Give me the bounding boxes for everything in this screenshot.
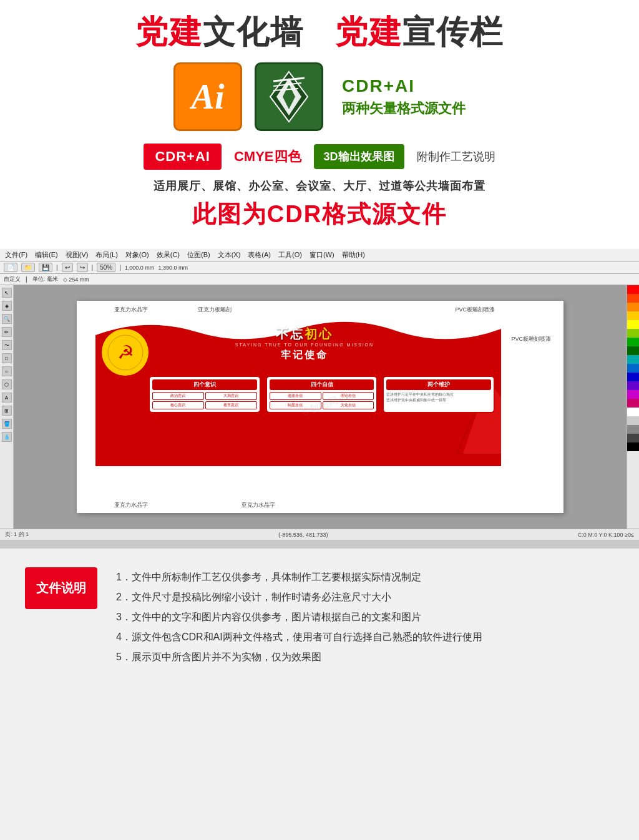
- toolbar-undo[interactable]: ↩: [62, 263, 73, 272]
- menu-tools[interactable]: 工具(O): [278, 250, 302, 260]
- box1-item1: 政治意识: [152, 392, 204, 400]
- box2-item3: 制度自信: [270, 401, 321, 409]
- palette-color-swatch[interactable]: [627, 381, 639, 390]
- menu-layout[interactable]: 布局(L): [95, 250, 117, 260]
- menu-table[interactable]: 表格(A): [248, 250, 271, 260]
- toolbar2-coord: ◇ 254 mm: [63, 276, 89, 283]
- cdr-icon: [255, 62, 323, 131]
- toolbar-save[interactable]: 💾: [39, 263, 52, 272]
- toolbar-sep1: |: [56, 264, 58, 271]
- label-pvc2: PVC板雕刻喷漆: [511, 335, 551, 343]
- menu-object[interactable]: 对象(O): [125, 250, 149, 260]
- menu-window[interactable]: 窗口(W): [310, 250, 334, 260]
- box2: 四个自信 道路自信 理论自信 制度自信 文化自信: [266, 376, 378, 413]
- palette-color-swatch[interactable]: [627, 364, 639, 373]
- badge-cmye: CMYE四色: [234, 147, 301, 166]
- tool-smart[interactable]: 〜: [2, 340, 12, 350]
- palette-color-swatch[interactable]: [627, 425, 639, 434]
- palette-color-swatch[interactable]: [627, 320, 639, 329]
- palette-color-swatch[interactable]: [627, 434, 639, 442]
- badge-note: 附制作工艺说明: [417, 149, 495, 164]
- note-5: 5．展示页中所含图片并不为实物，仅为效果图: [116, 647, 614, 667]
- palette-color-swatch[interactable]: [627, 303, 639, 311]
- note-1: 1．文件中所标制作工艺仅供参考，具体制作工艺要根据实际情况制定: [116, 567, 614, 587]
- tool-ellipse[interactable]: ○: [2, 366, 12, 376]
- badge-3d: 3D输出效果图: [314, 144, 404, 169]
- note-2: 2．文件尺寸是投稿比例缩小设计，制作时请务必注意尺寸大小: [116, 587, 614, 607]
- palette-color-swatch[interactable]: [627, 390, 639, 399]
- palette-color-swatch[interactable]: [627, 399, 639, 408]
- menu-bitmap[interactable]: 位图(B): [187, 250, 210, 260]
- menu-edit[interactable]: 编辑(E): [35, 250, 58, 260]
- tool-polygon[interactable]: ⬡: [2, 379, 12, 389]
- toolbar-redo[interactable]: ↪: [77, 263, 88, 272]
- party-emblem: ☭: [102, 329, 149, 376]
- tool-freehand[interactable]: ✏: [2, 327, 12, 337]
- tool-select[interactable]: ↖: [2, 288, 12, 298]
- bottom-label2: 亚克力水晶字: [241, 501, 275, 509]
- menu-effect[interactable]: 效果(C): [157, 250, 180, 260]
- toolbar-zoom[interactable]: 50%: [97, 263, 115, 272]
- toolbar-open[interactable]: 📁: [21, 263, 35, 272]
- toolbar-size1: 1,000.0 mm: [125, 265, 155, 271]
- box1-item3: 核心意识: [152, 401, 204, 409]
- label-pvc1: PVC板雕刻喷漆: [455, 306, 495, 314]
- palette-color-swatch[interactable]: [627, 416, 639, 425]
- tool-text[interactable]: A: [2, 393, 12, 403]
- palette-color-swatch[interactable]: [627, 408, 639, 416]
- palette-color-swatch[interactable]: [627, 373, 639, 381]
- palette-color-swatch[interactable]: [627, 355, 639, 364]
- toolbar-sep2: |: [92, 264, 94, 271]
- menu-file[interactable]: 文件(F): [5, 250, 27, 260]
- palette-color-swatch[interactable]: [627, 338, 639, 346]
- box2-item1: 道路自信: [270, 392, 321, 400]
- palette-color-swatch[interactable]: [627, 285, 639, 294]
- label-crystal1: 亚克力水晶字: [114, 306, 148, 314]
- badge-cdr-ai: CDR+AI: [144, 144, 222, 170]
- palette-color-swatch[interactable]: [627, 311, 639, 320]
- menu-view[interactable]: 视图(V): [66, 250, 89, 260]
- title-sub: STAYING TRUE TO OUR FOUNDING MISSION: [158, 343, 451, 347]
- box1: 四个意识 政治意识 大局意识 核心意识 看齐意识: [149, 376, 261, 413]
- tool-zoom[interactable]: 🔍: [2, 314, 12, 324]
- box1-item2: 大局意识: [205, 392, 257, 400]
- tool-table[interactable]: ⊞: [2, 406, 12, 416]
- box1-items: 政治意识 大局意识 核心意识 看齐意识: [152, 392, 257, 409]
- page-info: 页: 1 的 1: [5, 530, 29, 539]
- tool-node[interactable]: ◈: [2, 301, 12, 311]
- toolbar-sep3: |: [119, 264, 121, 271]
- tool-eyedrop[interactable]: 💧: [2, 432, 12, 442]
- box2-items: 道路自信 理论自信 制度自信 文化自信: [270, 392, 374, 409]
- design-main-title: 不忘初心 STAYING TRUE TO OUR FOUNDING MISSIO…: [158, 326, 451, 362]
- box1-item4: 看齐意识: [205, 401, 257, 409]
- format-line2: 两种矢量格式源文件: [342, 99, 466, 118]
- title-text2: 牢记使命: [158, 349, 451, 362]
- toolbar2-label: 自定义: [4, 275, 21, 283]
- file-note-label: 文件说明: [25, 567, 97, 609]
- tool-rect[interactable]: □: [2, 353, 12, 363]
- box1-title: 四个意识: [152, 379, 257, 390]
- palette-color-swatch[interactable]: [627, 294, 639, 303]
- menu-help[interactable]: 帮助(H): [342, 250, 365, 260]
- right-palette: [627, 285, 639, 529]
- subtitle-line: 适用展厅、展馆、办公室、会议室、大厅、过道等公共墙面布置: [25, 178, 614, 193]
- palette-color-swatch[interactable]: [627, 442, 639, 451]
- main-title: 党建文化墙 党建宣传栏: [25, 12, 614, 51]
- content-boxes-container: 四个意识 政治意识 大局意识 核心意识 看齐意识 四个自信: [149, 376, 495, 413]
- format-line1: CDR+AI: [342, 76, 466, 96]
- color-info: C:0 M:0 Y:0 K:100 ≥0≤: [578, 532, 634, 538]
- hammer-sickle-icon: ☭: [107, 334, 144, 371]
- box3-content: 坚决维护习近平在中央和全党的核心地位 坚决维护党中央权威和集中统一领导: [386, 392, 491, 403]
- tool-fill[interactable]: 🪣: [2, 419, 12, 429]
- box2-item2: 理论自信: [323, 392, 374, 400]
- toolbar-new[interactable]: 📄: [4, 263, 17, 272]
- palette-color-swatch[interactable]: [627, 329, 639, 338]
- bottom-label1: 亚克力水晶字: [114, 501, 148, 509]
- badge-row: CDR+AI CMYE四色 3D输出效果图 附制作工艺说明: [25, 144, 614, 170]
- palette-color-swatch[interactable]: [627, 346, 639, 355]
- big-cdr-title: 此图为CDR格式源文件: [25, 198, 614, 230]
- menu-text[interactable]: 文本(X): [218, 250, 241, 260]
- box2-title: 四个自信: [270, 379, 374, 390]
- top-labels: 亚克力水晶字 亚克力板雕刻: [114, 306, 232, 314]
- note-3: 3．文件中的文字和图片内容仅供参考，图片请根据自己的文案和图片: [116, 607, 614, 627]
